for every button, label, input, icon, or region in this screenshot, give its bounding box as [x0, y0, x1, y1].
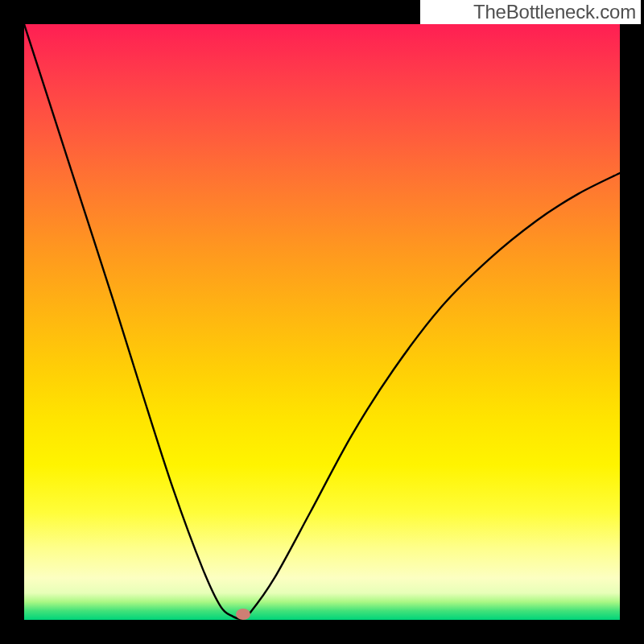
curve-svg [24, 24, 620, 620]
bottleneck-curve [24, 24, 620, 619]
optimum-marker [236, 609, 250, 620]
watermark-label: TheBottleneck.com [420, 0, 641, 24]
chart-frame: TheBottleneck.com [0, 0, 644, 644]
plot-area [24, 24, 620, 620]
